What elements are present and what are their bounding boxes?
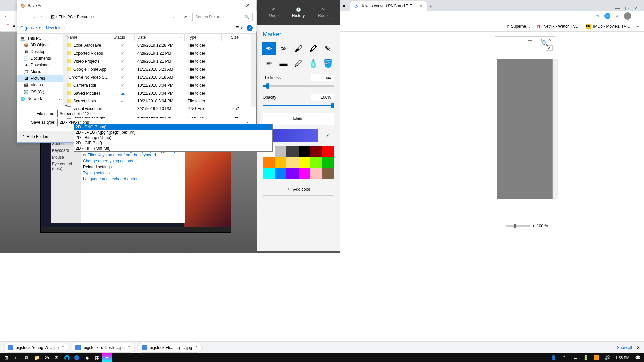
bookmarks-overflow-icon[interactable]: » xyxy=(636,24,639,29)
color-swatch[interactable] xyxy=(286,168,299,179)
window-minimize-icon[interactable]: — xyxy=(528,38,532,43)
mail-icon[interactable]: ✉ xyxy=(52,353,62,362)
sidebar-item-documents[interactable]: 📄Documents xyxy=(17,55,64,62)
file-type-option[interactable]: 2D - JPEG (*.jpg;*.jpeg;*.jpe;*.jfif) xyxy=(74,130,272,135)
column-date[interactable]: Date ⌄ xyxy=(135,34,185,41)
watercolor-tool[interactable]: 🖍 xyxy=(307,42,320,55)
file-row[interactable]: Saved Pictures☁10/21/2018 3:04 PMFile fo… xyxy=(64,89,251,97)
sidebar-item-music[interactable]: 🎵Music xyxy=(17,68,64,75)
spray-tool[interactable]: 🧴 xyxy=(307,57,320,70)
cortana-icon[interactable]: ○ xyxy=(11,353,21,362)
nav-back-icon[interactable]: ← xyxy=(20,14,28,20)
start-button[interactable]: ⊞ xyxy=(1,353,11,362)
file-name-input[interactable]: Screenshot (112)⌄ xyxy=(57,110,251,117)
column-status[interactable]: Status xyxy=(111,34,135,41)
wifi-icon[interactable]: 📶 xyxy=(591,353,601,362)
file-row[interactable]: Chrome No Video S…✓11/13/2018 6:18 AMFil… xyxy=(64,73,251,81)
download-item[interactable]: bigstock-Floating-….jpg⌃ xyxy=(138,343,202,353)
volume-icon[interactable]: 🔊 xyxy=(602,353,612,362)
sidebar-item-videos[interactable]: 🎬Videos xyxy=(17,82,64,88)
color-swatch[interactable] xyxy=(299,146,311,157)
crayon-tool[interactable]: 🖊 xyxy=(292,57,305,70)
search-input[interactable]: Search Pictures🔍 xyxy=(192,13,253,21)
edge-icon[interactable]: 🔵 xyxy=(72,353,82,362)
color-swatch[interactable] xyxy=(275,157,287,168)
eraser-tool[interactable]: ▬ xyxy=(277,57,290,70)
store-icon[interactable]: 🛍 xyxy=(42,353,52,362)
bookmark-imdb[interactable]: IMDbIMDb - Movies, TV… xyxy=(586,24,630,29)
sidebar-item-os--c--[interactable]: 💽OS (C:) xyxy=(17,88,64,95)
collapse-chevron-icon[interactable]: ⌃ xyxy=(331,17,335,21)
history-button[interactable]: 🕓History xyxy=(292,7,305,18)
oil-brush-tool[interactable]: 🖌 xyxy=(292,42,305,55)
zoom-slider[interactable] xyxy=(506,225,530,227)
column-type[interactable]: Type xyxy=(185,34,222,41)
chevron-up-icon[interactable]: ⌃ xyxy=(61,345,65,350)
color-swatch[interactable] xyxy=(286,157,299,168)
help-icon[interactable]: ? xyxy=(247,25,253,31)
paint3d-icon[interactable]: ✦ xyxy=(102,353,112,362)
file-type-option[interactable]: 2D - TIFF (*.tiff;*.tif) xyxy=(74,146,272,151)
task-view-icon[interactable]: ⧉ xyxy=(21,353,32,362)
sidebar-item-this-pc[interactable]: 💻This PC xyxy=(17,35,64,42)
file-list-header[interactable]: Name Status Date ⌄ Type Size xyxy=(64,34,251,41)
extension-icon[interactable] xyxy=(604,13,610,19)
back-button[interactable]: ← xyxy=(4,13,9,19)
taskbar-clock[interactable]: 1:58 PM xyxy=(613,356,632,360)
tab-close-icon[interactable]: ✕ xyxy=(419,3,423,9)
material-dropdown[interactable]: Matte xyxy=(263,113,334,125)
nav-up-icon[interactable]: ↑ xyxy=(39,14,44,20)
color-swatch[interactable] xyxy=(310,146,322,157)
tray-chevron-icon[interactable]: ⌃ xyxy=(559,353,569,362)
new-tab-button[interactable]: + xyxy=(427,2,435,11)
organize-button[interactable]: Organize ▼ xyxy=(20,26,41,31)
chevron-up-icon[interactable]: ⌃ xyxy=(127,345,131,350)
file-list-vscroll[interactable] xyxy=(251,34,256,107)
sidebar-item-pictures[interactable]: 🖼Pictures xyxy=(17,75,64,82)
color-swatch[interactable] xyxy=(310,168,322,179)
app-icon[interactable]: ▦ xyxy=(92,353,102,362)
bookmark-item[interactable]: n Superhe… xyxy=(507,24,530,29)
notifications-icon[interactable]: 💬 xyxy=(633,353,643,362)
menu-icon[interactable]: ⋮ xyxy=(636,14,640,18)
sidebar-item-network[interactable]: 🌐Network⌄ xyxy=(17,95,64,102)
color-swatch[interactable] xyxy=(322,157,334,168)
window-minimize-icon[interactable]: — xyxy=(615,6,620,11)
pixel-pen-tool[interactable]: ✎ xyxy=(321,42,335,55)
breadcrumb-segment[interactable]: Pictures xyxy=(77,15,92,19)
file-row[interactable]: Exported Videos✓4/28/2019 1:22 PMFile fo… xyxy=(64,49,251,57)
file-explorer-icon[interactable]: 📁 xyxy=(32,353,42,362)
column-name[interactable]: Name xyxy=(64,34,111,41)
dialog-close-button[interactable]: ✕ xyxy=(243,2,253,9)
save-type-options[interactable]: 2D - PNG (*.png)2D - JPEG (*.jpg;*.jpeg;… xyxy=(74,124,273,152)
window-close-icon[interactable]: ✕ xyxy=(634,6,637,11)
color-swatch[interactable] xyxy=(263,168,275,179)
color-swatch[interactable] xyxy=(286,146,299,157)
fill-tool[interactable]: 🪣 xyxy=(321,57,335,70)
search-icon[interactable]: 🔍 xyxy=(540,38,550,48)
zoom-control[interactable]: − + 100 % xyxy=(502,224,548,228)
column-size[interactable]: Size xyxy=(222,34,242,41)
chevron-up-icon[interactable]: ⌃ xyxy=(195,345,198,350)
file-row[interactable]: Google Home App✓11/13/2018 6:23 AMFile f… xyxy=(64,65,251,73)
color-swatch[interactable] xyxy=(299,168,311,179)
color-swatch[interactable] xyxy=(275,146,287,157)
calligraphy-tool[interactable]: ✑ xyxy=(277,42,290,55)
breadcrumb-segment[interactable]: This PC xyxy=(59,15,73,19)
download-item[interactable]: bigstock-Young-W….jpg⌃ xyxy=(4,343,68,353)
profile-avatar[interactable] xyxy=(624,12,631,20)
opacity-value[interactable]: 100% xyxy=(311,94,334,101)
file-row[interactable]: Excel Autosave✓6/29/2019 12:28 PMFile fo… xyxy=(64,41,251,49)
bookmark-netflix[interactable]: NNetflix - Watch TV… xyxy=(536,24,580,29)
apps-button[interactable]: ⠿A xyxy=(5,24,15,29)
sidebar-item-desktop[interactable]: 🖥Desktop xyxy=(17,48,64,55)
undo-button[interactable]: ↶Undo xyxy=(269,7,279,18)
file-type-option[interactable]: 2D - Bitmap (*.bmp) xyxy=(74,135,272,140)
file-row[interactable]: Camera Roll✓10/21/2018 3:04 PMFile folde… xyxy=(64,81,251,89)
sidebar-item-3d-objects[interactable]: 📦3D Objects xyxy=(17,42,64,48)
color-swatch[interactable] xyxy=(299,157,311,168)
vertical-scrollbar[interactable] xyxy=(553,59,558,199)
onedrive-icon[interactable]: ☁ xyxy=(570,353,580,362)
color-swatch[interactable] xyxy=(263,157,275,168)
add-color-button[interactable]: ＋Add color xyxy=(263,183,334,196)
